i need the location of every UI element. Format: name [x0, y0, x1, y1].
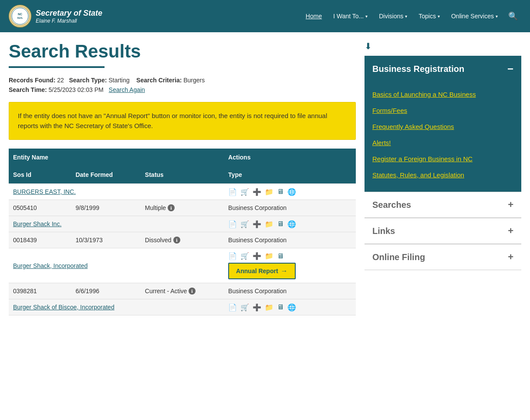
col-header-sosid: Sos Id	[9, 166, 71, 184]
cart-icon[interactable]: 🛒	[240, 220, 249, 228]
info-icon[interactable]: ℹ	[168, 204, 175, 211]
annual-report-button[interactable]: Annual Report →	[228, 263, 295, 279]
col-header-status: Status	[141, 166, 224, 184]
entity-link[interactable]: Burger Shack, Incorporated	[13, 262, 88, 269]
table-detail-row: 0398281 6/6/1996 Current - Active ℹ Busi…	[9, 283, 356, 299]
entity-name-cell: Burger Shack of Biscoe, Incorporated	[9, 299, 224, 315]
title-underline	[9, 66, 105, 68]
sidebar-biz-reg-section: Business Registration − Basics of Launch…	[365, 56, 521, 192]
sidebar-searches-label: Searches	[372, 200, 411, 210]
main-content: Search Results Records Found: 22 Search …	[9, 41, 356, 315]
nav-link-iwantto[interactable]: I Want To... ▾	[329, 9, 372, 23]
action-icons: 📄 🛒 ➕ 📁 🖥 🌐	[228, 303, 351, 312]
nav-link-divisions[interactable]: Divisions ▾	[375, 9, 412, 23]
add-icon[interactable]: ➕	[253, 220, 261, 228]
logo-seal: NC SEAL	[9, 5, 31, 27]
folder-icon[interactable]: 📁	[265, 220, 273, 228]
document-icon[interactable]: 📄	[228, 220, 237, 228]
actions-cell: 📄 🛒 ➕ 📁 🖥 Annual Report →	[224, 248, 356, 283]
nav-logo-subtitle: Elaine F. Marshall	[36, 18, 102, 24]
action-icons: 📄 🛒 ➕ 📁 🖥 🌐	[228, 188, 351, 196]
add-icon[interactable]: ➕	[253, 188, 261, 196]
sos-id-cell: 0505410	[9, 200, 71, 216]
sidebar: ⬇ Business Registration − Basics of Laun…	[365, 41, 521, 315]
nav-logo-text: Secretary of State Elaine F. Marshall	[36, 9, 102, 24]
sidebar-links-section: Links +	[365, 218, 521, 244]
entity-name-cell: BURGERS EAST, INC.	[9, 184, 224, 200]
table-row: Burger Shack Inc. 📄 🛒 ➕ 📁 🖥 🌐	[9, 216, 356, 232]
action-icons: 📄 🛒 ➕ 📁 🖥 🌐	[228, 220, 351, 228]
monitor-icon[interactable]: 🖥	[277, 252, 284, 260]
sidebar-biz-reg-link[interactable]: Frequently Asked Questions	[365, 119, 521, 135]
search-meta-row2: Search Time: 5/25/2023 02:03 PM Search A…	[9, 86, 356, 93]
sidebar-links-header[interactable]: Links +	[365, 218, 521, 244]
search-icon[interactable]: 🔍	[505, 8, 521, 24]
add-icon[interactable]: ➕	[253, 303, 261, 312]
sidebar-online-filing-section: Online Filing +	[365, 244, 521, 270]
arrow-icon: →	[281, 267, 288, 275]
document-icon[interactable]: 📄	[228, 252, 237, 260]
entity-link[interactable]: Burger Shack of Biscoe, Incorporated	[13, 304, 115, 311]
sidebar-links-label: Links	[372, 226, 395, 236]
type-cell: Business Corporation	[224, 200, 356, 216]
table-row: BURGERS EAST, INC. 📄 🛒 ➕ 📁 🖥 🌐	[9, 184, 356, 200]
entity-name-cell: Burger Shack, Incorporated	[9, 248, 224, 283]
sidebar-biz-reg-header[interactable]: Business Registration −	[365, 56, 521, 82]
status-text: Dissolved	[145, 237, 172, 244]
sidebar-biz-reg-title: Business Registration	[372, 64, 464, 74]
type-cell: Business Corporation	[224, 232, 356, 248]
collapse-icon: −	[507, 63, 513, 75]
links-expand-icon: +	[508, 225, 513, 237]
entity-link[interactable]: BURGERS EAST, INC.	[13, 188, 76, 195]
nav-link-topics[interactable]: Topics ▾	[414, 9, 444, 23]
sos-id-cell: 0018439	[9, 232, 71, 248]
search-meta-row1: Records Found: 22 Search Type: Starting …	[9, 77, 356, 84]
globe-icon[interactable]: 🌐	[287, 220, 296, 228]
nav-links: Home I Want To... ▾ Divisions ▾ Topics ▾…	[301, 8, 521, 24]
searches-expand-icon: +	[508, 199, 513, 210]
entity-link[interactable]: Burger Shack Inc.	[13, 220, 61, 227]
date-formed-cell: 9/8/1999	[71, 200, 140, 216]
nav-logo-title: Secretary of State	[36, 9, 102, 18]
cart-icon[interactable]: 🛒	[240, 303, 249, 312]
globe-icon[interactable]: 🌐	[287, 303, 296, 312]
sidebar-searches-header[interactable]: Searches +	[365, 192, 521, 218]
add-icon[interactable]: ➕	[253, 252, 261, 260]
sidebar-biz-reg-link[interactable]: Statutes, Rules, and Legislation	[365, 167, 521, 183]
folder-icon[interactable]: 📁	[265, 252, 273, 260]
sos-id-cell: 0398281	[9, 283, 71, 299]
status-cell: Current - Active ℹ	[141, 283, 224, 299]
results-table: Entity Name Actions Sos Id Date Formed S…	[9, 149, 356, 315]
status-info: Current - Active ℹ	[145, 288, 219, 295]
date-formed-cell: 6/6/1996	[71, 283, 140, 299]
status-text: Current - Active	[145, 288, 187, 295]
entity-name-cell: Burger Shack Inc.	[9, 216, 224, 232]
sidebar-biz-reg-link[interactable]: Forms/Fees	[365, 102, 521, 119]
info-icon[interactable]: ℹ	[189, 288, 196, 295]
svg-text:NC: NC	[18, 13, 22, 16]
sidebar-searches-section: Searches +	[365, 192, 521, 218]
sidebar-online-filing-header[interactable]: Online Filing +	[365, 244, 521, 270]
download-icon[interactable]: ⬇	[365, 41, 521, 51]
cart-icon[interactable]: 🛒	[240, 252, 249, 260]
sidebar-biz-reg-link[interactable]: Register a Foreign Business in NC	[365, 151, 521, 167]
folder-icon[interactable]: 📁	[265, 188, 273, 196]
sidebar-biz-reg-link[interactable]: Alerts!	[365, 135, 521, 151]
document-icon[interactable]: 📄	[228, 188, 237, 196]
folder-icon[interactable]: 📁	[265, 303, 273, 312]
nav-link-online-services[interactable]: Online Services ▾	[447, 9, 502, 23]
info-icon[interactable]: ℹ	[173, 237, 180, 244]
monitor-icon[interactable]: 🖥	[277, 188, 284, 196]
search-again-link[interactable]: Search Again	[109, 86, 145, 93]
monitor-icon[interactable]: 🖥	[277, 303, 284, 311]
warning-box: If the entity does not have an "Annual R…	[9, 102, 356, 140]
sidebar-biz-reg-link[interactable]: Basics of Launching a NC Business	[365, 86, 521, 102]
nav-link-home[interactable]: Home	[301, 9, 326, 23]
globe-icon[interactable]: 🌐	[287, 188, 296, 196]
table-detail-row: 0018439 10/3/1973 Dissolved ℹ Business C…	[9, 232, 356, 248]
monitor-icon[interactable]: 🖥	[277, 220, 284, 228]
document-icon[interactable]: 📄	[228, 303, 237, 312]
cart-icon[interactable]: 🛒	[240, 188, 249, 196]
table-header-row2: Sos Id Date Formed Status Type	[9, 166, 356, 184]
sidebar-online-filing-label: Online Filing	[372, 252, 425, 262]
